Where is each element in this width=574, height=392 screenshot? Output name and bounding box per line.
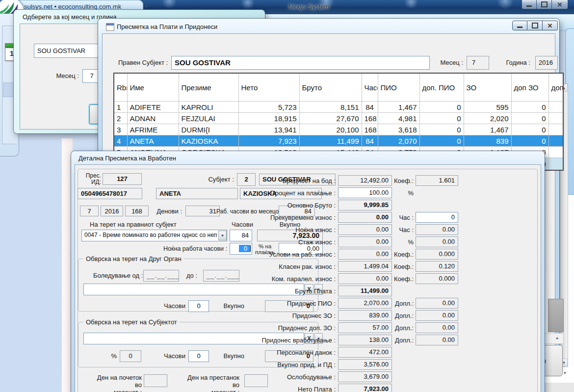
calc-row-aux-value[interactable]: 0.00 [416,322,458,333]
grid-column-header[interactable]: Име [127,73,179,102]
calc-row-value[interactable]: 9,999.85 [338,200,392,210]
grid-column-header[interactable]: Rbr [114,73,127,102]
days-field[interactable]: 31 [185,206,220,216]
scroll-right-button[interactable]: ► [554,334,561,342]
calc-row-aux-value[interactable]: 0.00 [416,236,458,247]
grid-row[interactable]: 4ANETAKAZIOSKA7,92311,499842,07008390 [114,135,563,147]
grid-cell[interactable]: 27,670 [299,113,362,124]
grid-column-header[interactable]: допо [548,73,563,102]
minimize-button[interactable] [522,0,537,9]
grid-cell[interactable]: 2 [114,113,127,124]
calc-row-value[interactable]: 3,576.00 [338,359,392,370]
calc-row-aux-value[interactable]: 0.00 [416,335,458,345]
calc-row-aux-value[interactable]: 0.000 [416,249,458,260]
grid-column-header[interactable]: Часов [362,73,378,102]
grid-cell[interactable]: DURMI{I [179,124,238,135]
grid-cell[interactable]: 0 [511,102,548,113]
grid-cell[interactable]: 7,923 [238,135,299,147]
grid-column-header[interactable]: ЗО [464,73,511,102]
calc-row-aux-value[interactable]: 0.00 [416,224,458,235]
close-button[interactable]: ✕ [543,21,558,30]
grid-cell[interactable] [548,135,563,147]
grid-cell[interactable]: 1 [114,102,127,113]
grid-cell[interactable]: 3,618 [378,124,419,135]
restore-button[interactable] [537,0,552,9]
grid-cell[interactable]: 839 [464,135,511,147]
close-button[interactable]: ✕ [552,0,568,9]
grid-cell[interactable]: 0 [419,124,464,135]
grid-cell[interactable]: 8,151 [299,102,362,113]
grid-cell[interactable]: 0 [419,135,464,147]
grid-cell[interactable]: 0 [419,102,464,113]
embg-field[interactable]: 0504965478017 [78,188,142,199]
calc-row-aux-value[interactable]: 0 [416,212,458,223]
grid-cell[interactable]: AFRIME [127,124,179,135]
grid-cell[interactable] [548,102,563,113]
first-name-field[interactable]: ANETA [156,188,238,199]
grid-cell[interactable]: 168 [362,113,378,124]
work-type-dropdown[interactable]: 0047 - Време поминато во работен однос с… [81,230,227,241]
grid-column-header[interactable]: Презиме [179,73,238,102]
grid-cell[interactable]: 1,467 [378,102,419,113]
grid-cell[interactable]: 0 [511,124,548,135]
hours-field[interactable]: 0 [188,300,209,312]
grid-cell[interactable]: 18,915 [238,113,299,124]
grid-cell[interactable]: 84 [362,135,378,147]
grid-cell[interactable]: FEJZULAI [179,113,238,124]
grid-cell[interactable]: 2,020 [464,113,511,124]
grid-cell[interactable] [548,124,563,135]
grid-cell[interactable]: 2,070 [378,135,419,147]
grid-row[interactable]: 2ADNANFEJZULAI18,91527,6701684,98102,020… [114,113,563,124]
calc-row-aux-value[interactable]: 0.120 [416,261,458,272]
hours-fund-field[interactable]: 168 [125,206,149,216]
pct-field[interactable]: 0 [120,350,141,362]
grid-cell[interactable]: 0 [511,113,548,124]
month-field[interactable]: 7 [80,206,99,216]
grid-cell[interactable]: 13,941 [238,124,299,135]
calc-row-aux-value[interactable]: 0.000 [416,273,458,284]
calc-row-value[interactable]: 7,923.00 [338,384,392,392]
calc-row-value[interactable]: 3,679.00 [338,371,392,382]
grid-cell[interactable]: ADNAN [127,113,179,124]
grid-cell[interactable]: ANETA [127,135,179,147]
tab-list-caret-icon[interactable]: ▾ [145,4,148,9]
legal-subject-field[interactable]: SOU GOSTIVAR [171,56,430,70]
grid-cell[interactable]: KAZIOSKA [179,135,238,147]
day-start-field[interactable] [144,374,167,387]
grid-cell[interactable]: 20,100 [299,124,362,135]
grid-column-header[interactable]: Нето [238,73,299,102]
grid-cell[interactable] [548,113,563,124]
calc-row-aux-value[interactable]: 1.601 [416,175,458,186]
grid-cell[interactable]: 168 [362,124,378,135]
grid-cell[interactable]: 5,723 [238,102,299,113]
hours-field[interactable]: 0 [188,350,209,362]
year-field[interactable]: 2016 [535,56,558,70]
chevron-down-icon[interactable]: ▼ [218,231,227,240]
grid-cell[interactable]: 11,499 [299,135,362,147]
maximize-button[interactable] [527,21,543,30]
month-field[interactable]: 7 [467,56,489,70]
grid-cell[interactable]: 84 [362,102,378,113]
grid-row[interactable]: 3AFRIMEDURMI{I13,94120,1001683,61801,467… [114,124,563,135]
grid-cell[interactable]: 3 [114,124,127,135]
grid-column-header[interactable]: Бруто [299,73,362,102]
grid-row[interactable]: 1ADIFETEKAPROLI5,7238,151841,46705950 [114,102,563,113]
grid-cell[interactable]: ADIFETE [127,102,179,113]
calc-row-aux-value[interactable]: 0.00 [416,298,458,309]
calc-row-aux-value[interactable]: 0.00 [416,310,458,321]
grid-cell[interactable]: 0 [419,113,464,124]
dialog-subject-field[interactable]: SOU GOSTIVAR [34,44,99,58]
grid-cell[interactable] [548,147,563,158]
pres-id-field[interactable]: 127 [103,173,142,185]
minimize-button[interactable] [512,21,527,30]
grid-column-header[interactable]: доп. ПИО [419,73,464,102]
grid-column-header[interactable]: доп ЗО [511,73,548,102]
grid-cell[interactable]: 4 [114,135,127,147]
calc-row-value[interactable]: 472.00 [338,347,392,358]
grid-cell[interactable]: KAPROLI [179,102,238,113]
year-field[interactable]: 2016 [101,206,123,216]
sick-from-field[interactable]: __.__.____ [143,270,179,282]
calc-row-value[interactable]: 11,499.00 [338,286,392,296]
grid-cell[interactable]: 1,467 [464,124,511,135]
grid-column-header[interactable]: ПИО [378,73,419,102]
